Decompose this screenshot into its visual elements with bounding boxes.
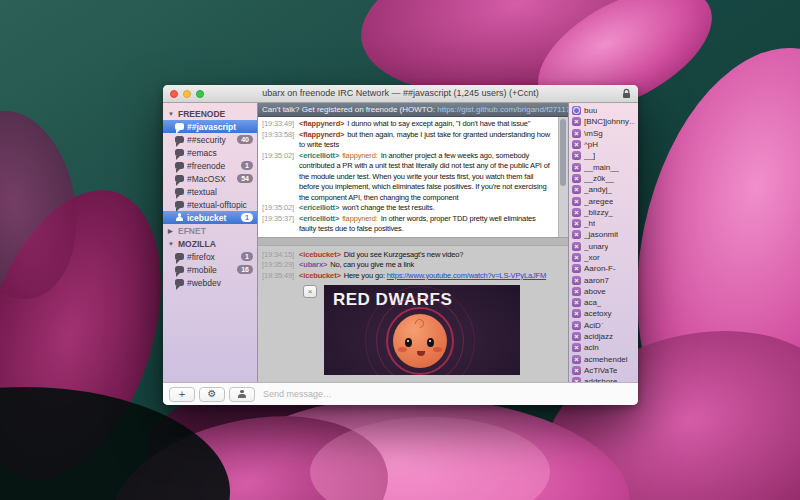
- nick: <flappynerd>: [299, 130, 344, 139]
- timestamp: [19:35:02]: [262, 151, 299, 204]
- user-list-item[interactable]: _unary: [569, 241, 638, 252]
- mouth: [417, 351, 425, 356]
- user-list-item[interactable]: __z0k__: [569, 173, 638, 184]
- user-list-item[interactable]: _xor: [569, 252, 638, 263]
- user-nickname: [BNC]johnny…: [584, 117, 635, 126]
- nick: <icebucket>: [299, 271, 341, 280]
- chat-message: [19:35:49] <icebucket>Here you go: https…: [258, 271, 568, 282]
- user-mode-icon: [572, 197, 581, 206]
- user-list-item[interactable]: _blizzy_: [569, 207, 638, 218]
- plus-icon: +: [179, 389, 185, 400]
- user-nickname: acetoxy: [584, 309, 612, 318]
- message-body: <ericelliott>flappynerd:In another proje…: [299, 151, 555, 204]
- user-mode-icon: [572, 377, 581, 382]
- user-list-item[interactable]: above: [569, 286, 638, 297]
- user-nickname: _ht: [584, 219, 595, 228]
- traffic-lights: [170, 90, 204, 98]
- message-input[interactable]: [261, 388, 632, 400]
- user-mode-icon: [572, 253, 581, 262]
- sidebar-item[interactable]: #freenode 1: [163, 159, 257, 172]
- user-list-item[interactable]: aca_: [569, 297, 638, 308]
- user-list-item[interactable]: acidjazz: [569, 331, 638, 342]
- sidebar-item[interactable]: #emacs: [163, 146, 257, 159]
- sidebar-item-label: #firefox: [187, 252, 238, 262]
- scrollbar-thumb[interactable]: [560, 119, 566, 186]
- sidebar-item[interactable]: #textual: [163, 185, 257, 198]
- channel-icon: [175, 149, 184, 157]
- cheek: [398, 347, 407, 352]
- sidebar-item[interactable]: ##javascript: [163, 120, 257, 133]
- sidebar-item[interactable]: #webdev: [163, 276, 257, 289]
- minimize-window-button[interactable]: [183, 90, 191, 98]
- disclosure-triangle-icon[interactable]: ▶: [168, 227, 175, 234]
- disclosure-triangle-icon[interactable]: ▼: [168, 241, 175, 247]
- channel-icon: [175, 201, 184, 209]
- add-button[interactable]: +: [169, 387, 195, 402]
- close-window-button[interactable]: [170, 90, 178, 98]
- message-list: [19:33:49] <flappynerd>I dunno what to s…: [258, 119, 568, 235]
- user-list-item[interactable]: _andyj_: [569, 184, 638, 195]
- user-list-item[interactable]: aaron7: [569, 274, 638, 285]
- unread-badge: 1: [241, 161, 253, 170]
- user-nickname: __z0k__: [584, 174, 614, 183]
- user-list-item[interactable]: AcTiVaTe: [569, 365, 638, 376]
- topic-text: Can't talk? Get registered on freenode (…: [262, 105, 435, 114]
- scrollbar[interactable]: [558, 117, 568, 237]
- user-list-item[interactable]: __]: [569, 150, 638, 161]
- message-link[interactable]: https://www.youtube.com/watch?v=LS-VPyLa…: [387, 271, 546, 280]
- user-list-item[interactable]: acln: [569, 342, 638, 353]
- user-list-item[interactable]: ^pH: [569, 139, 638, 150]
- sidebar-item[interactable]: #MacOSX 54: [163, 172, 257, 185]
- userlist-toggle-button[interactable]: [229, 387, 255, 402]
- chat-message: [19:35:02] <ericelliott>won't change the…: [258, 203, 557, 214]
- user-list-item[interactable]: acmehendel: [569, 354, 638, 365]
- video-thumbnail[interactable]: RED DWARFS: [324, 285, 520, 375]
- sidebar-item-label: ##security: [187, 135, 234, 145]
- user-list-item[interactable]: _jasonmit: [569, 229, 638, 240]
- sidebar-item[interactable]: #mobile 16: [163, 263, 257, 276]
- user-mode-icon: [572, 264, 581, 273]
- topic-link[interactable]: https://gist.github.com/brigand/f27117…: [437, 105, 568, 114]
- settings-button[interactable]: ⚙: [199, 387, 225, 402]
- user-nickname: Aaron-F-: [584, 264, 616, 273]
- channel-icon: [175, 266, 184, 274]
- user-list-item[interactable]: buu: [569, 105, 638, 116]
- timestamp: [19:35:49]: [262, 271, 299, 282]
- window-titlebar[interactable]: ubarx on freenode IRC Network — ##javasc…: [163, 85, 638, 103]
- sidebar: ▼ FREENODE ##javascript: [163, 103, 258, 382]
- unread-badge: 1: [241, 252, 253, 261]
- sidebar-item[interactable]: #firefox 1: [163, 250, 257, 263]
- user-list-item[interactable]: __main__: [569, 161, 638, 172]
- channel-icon: [175, 136, 184, 144]
- channel-icon: [175, 279, 184, 287]
- sidebar-item[interactable]: ▶ EFNET: [163, 224, 257, 237]
- close-preview-button[interactable]: ×: [303, 285, 317, 298]
- sidebar-item[interactable]: ##security 40: [163, 133, 257, 146]
- sidebar-item[interactable]: icebucket 1: [163, 211, 257, 224]
- user-list-item[interactable]: _ht: [569, 218, 638, 229]
- message-text: Did you see Kurzgesagt's new video?: [344, 250, 464, 259]
- user-list-item[interactable]: acetoxy: [569, 308, 638, 319]
- message-text: Here you go:: [344, 271, 385, 280]
- user-list-item[interactable]: AciD`: [569, 320, 638, 331]
- disclosure-triangle-icon[interactable]: ▼: [168, 111, 175, 117]
- inline-media-preview: × RED DWARFS: [303, 285, 568, 375]
- user-list-item[interactable]: _aregee: [569, 195, 638, 206]
- user-list-item[interactable]: Aaron-F-: [569, 263, 638, 274]
- channel-icon: [175, 162, 184, 170]
- eye: [405, 338, 412, 347]
- sidebar-item[interactable]: ▼ FREENODE: [163, 107, 257, 120]
- sidebar-item[interactable]: ▼ MOZILLA: [163, 237, 257, 250]
- cheek: [433, 347, 442, 352]
- channel-icon: [175, 253, 184, 261]
- zoom-window-button[interactable]: [196, 90, 204, 98]
- sidebar-item-label: ##javascript: [187, 122, 253, 132]
- topic-bar[interactable]: Can't talk? Get registered on freenode (…: [258, 103, 568, 117]
- user-list-item[interactable]: \mSg: [569, 128, 638, 139]
- timestamp: [19:35:37]: [262, 214, 299, 235]
- user-list-item[interactable]: [BNC]johnny…: [569, 116, 638, 127]
- nick: <flappynerd>: [299, 119, 344, 128]
- user-mode-icon: [572, 185, 581, 194]
- chat-message: [19:33:58] <flappynerd>but then again, m…: [258, 130, 557, 151]
- sidebar-item[interactable]: #textual-offtopic: [163, 198, 257, 211]
